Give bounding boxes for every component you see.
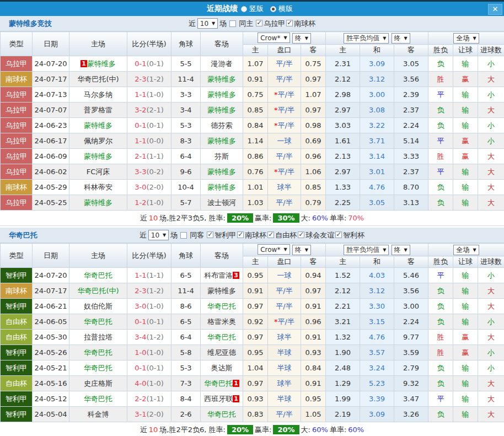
odds-final-select[interactable]: 终▼ (292, 33, 311, 44)
handicap-line: 平/半 (268, 72, 301, 87)
league-filter-checkbox[interactable] (267, 232, 274, 238)
team-name-text: 蒙特维多 (207, 183, 236, 191)
match-row: 南球杯24-07-17华奇巴托(中)2-3(1-2)11-4蒙特维多0.91平/… (1, 283, 504, 299)
home-team: 1蒙特维多 (69, 56, 127, 72)
match-date: 24-05-29 (33, 180, 69, 195)
same-venue-label: 同客 (190, 230, 204, 240)
away-team: 科布雷洛3 (201, 268, 243, 283)
summary-bar: 近10场,胜2平3负5, 胜率: 20% 赢率: 30% 大:60% 单率:70… (0, 211, 504, 226)
red-card-badge: 1 (233, 380, 239, 387)
full-time-score: 1-1 (135, 137, 146, 145)
half-time-score: (1-0) (146, 90, 163, 99)
league-filter-checkbox[interactable] (256, 20, 262, 26)
match-score: 0-1(0-1) (127, 118, 171, 133)
full-time-score: 3-0 (135, 183, 146, 191)
full-match-select[interactable]: 全场▼ (453, 33, 479, 44)
same-venue-checkbox[interactable] (229, 20, 236, 27)
odds-group-header: Crow*▼ 终▼ (243, 32, 326, 45)
team-name-text: 漫游者 (211, 60, 233, 68)
avg-away-odds: 2.37 (394, 164, 428, 180)
layout-radio-label: 横版 (278, 4, 293, 14)
half-time-score: (0-1) (146, 121, 163, 130)
summary-pre: 近 (140, 213, 147, 223)
odds-source-select[interactable]: Crow*▼ (258, 244, 289, 255)
league-filter-label: 南球杯 (245, 231, 266, 239)
league-type-badge: 智利甲 (1, 268, 33, 283)
odds-final-select[interactable]: 终▼ (292, 245, 311, 255)
matches-table: 类型 日期 主场 比分(半场) 角球 客场 Crow*▼ 终▼ 胜平负均值▼ 终… (0, 243, 504, 422)
avg-away-odds: 2.24 (394, 118, 428, 133)
games-label: 场 (219, 19, 227, 29)
single-value: 60% (348, 426, 364, 434)
half-time-score: (1-0) (146, 379, 163, 387)
result-goals: 大 (478, 149, 504, 164)
league-filter-checkbox[interactable] (207, 232, 213, 238)
avg-draw-odds: 3.14 (360, 149, 394, 164)
team-name-text: 华奇巴托 (204, 379, 233, 387)
red-card-badge: 1 (81, 60, 87, 67)
avg-final-select[interactable]: 终▼ (392, 245, 410, 255)
league-type-badge: 智利甲 (1, 360, 33, 376)
team-name-text: 华奇巴托 (207, 410, 236, 418)
home-team: 科林蒂安 (69, 180, 127, 195)
avg-draw-odds: 3.71 (360, 133, 394, 149)
team-name-text: 蒙特维多 (84, 152, 112, 160)
avg-select[interactable]: 胜平负均值▼ (344, 245, 389, 255)
full-match-select[interactable]: 全场▼ (453, 245, 479, 255)
result-wdl: 负 (428, 360, 453, 376)
avg-final-select[interactable]: 终▼ (392, 33, 410, 44)
window-title: 近期战绩 (207, 4, 238, 14)
avg-away-odds: 2.24 (394, 314, 428, 330)
full-time-score: 1-1 (135, 90, 146, 99)
same-venue-checkbox[interactable] (180, 232, 187, 239)
home-team: 佩纳罗尔 (69, 133, 127, 149)
match-score: 3-1(2-0) (127, 407, 171, 422)
sub-col-avg-home: 主 (326, 256, 360, 268)
match-date: 24-06-09 (33, 149, 69, 164)
league-type-badge: 智利甲 (1, 391, 33, 407)
team-name-text: 华奇巴托 (84, 364, 112, 372)
away-odds: 1.07 (301, 87, 326, 103)
result-wdl: 负 (428, 56, 453, 72)
sub-col-avg-home: 主 (326, 45, 360, 56)
recent-count-select[interactable]: 10▼ (148, 230, 169, 240)
away-odds: 0.69 (301, 133, 326, 149)
team-name-text: 蒙特维多 (207, 90, 236, 99)
result-handicap: 输 (453, 314, 478, 330)
avg-draw-odds: 5.23 (360, 376, 394, 391)
league-filter-checkbox[interactable] (298, 232, 304, 238)
result-wdl: 负 (428, 180, 453, 195)
result-wdl: 平 (428, 391, 453, 407)
col-away: 客场 (201, 32, 243, 56)
league-filter-checkbox[interactable] (237, 232, 244, 238)
team-name-text: 华奇巴托 (84, 395, 112, 403)
layout-radio-label: 竖版 (249, 4, 264, 14)
away-team: 格雷米奥 (201, 314, 243, 330)
avg-home-odds: 2.19 (326, 407, 360, 422)
layout-radio-selected[interactable] (270, 6, 276, 12)
league-filter-checkbox[interactable] (335, 232, 342, 238)
avg-home-odds: 2.12 (326, 283, 360, 299)
corner-score: 5-7 (171, 195, 201, 211)
close-button[interactable]: ✕ (488, 4, 502, 15)
away-odds: 1.06 (301, 164, 326, 180)
recent-count-select[interactable]: 10▼ (197, 18, 218, 29)
odds-source-select[interactable]: Crow*▼ (258, 33, 289, 43)
match-score: 1-1(1-1) (127, 268, 171, 283)
avg-home-odds: 2.97 (326, 164, 360, 180)
avg-home-odds: 1.32 (326, 330, 360, 345)
away-odds: 0.84 (301, 360, 326, 376)
avg-select[interactable]: 胜平负均值▼ (344, 33, 389, 44)
home-team: 科金博 (69, 407, 127, 422)
section-header: 蒙特维多竞技 近 10▼ 场 同主 乌拉甲南球杯 (0, 16, 504, 31)
league-type-badge: 南球杯 (1, 180, 33, 195)
match-date: 24-07-17 (33, 72, 69, 87)
result-handicap: 输 (453, 103, 478, 118)
away-team: 西班牙联1 (201, 391, 243, 407)
away-team: 蒙特维多 (201, 283, 243, 299)
layout-radio-unselected[interactable] (241, 6, 247, 12)
home-odds: 1.14 (243, 133, 268, 149)
full-time-score: 2-2 (135, 395, 146, 403)
league-filter-checkbox[interactable] (286, 20, 293, 26)
team-name-text: 科林蒂安 (84, 183, 112, 191)
